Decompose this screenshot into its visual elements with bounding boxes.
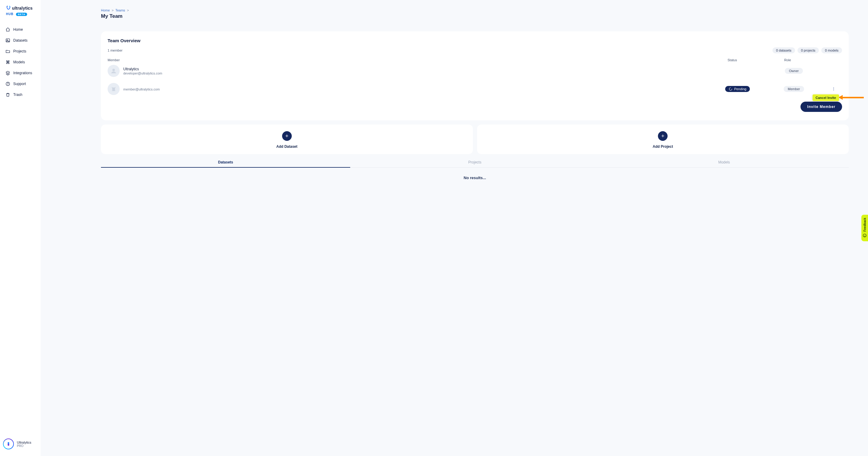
member-email: developer@ultralytics.com (123, 72, 162, 75)
sidebar-user-plan: PRO (17, 444, 31, 448)
add-dataset-card[interactable]: + Add Dataset (101, 124, 473, 154)
cancel-invite-menu-item[interactable]: Cancel Invite (812, 94, 839, 101)
main: Home > Teams > My Team Team Overview 1 m… (41, 0, 868, 456)
tab-datasets[interactable]: Datasets (101, 157, 350, 167)
member-email: member@ultralytics.com (123, 87, 160, 91)
layers-icon (5, 70, 10, 76)
brand-row: ultralytics (6, 5, 37, 11)
plus-icon: + (658, 131, 668, 141)
image-icon (5, 38, 10, 43)
trash-icon (5, 92, 10, 97)
empty-state: No results... (101, 168, 849, 188)
stat-projects: 0 projects (798, 47, 819, 53)
svg-point-1 (9, 6, 10, 7)
spinner-icon (729, 87, 733, 91)
sidebar-item-models[interactable]: Models (0, 57, 41, 67)
svg-point-3 (7, 40, 7, 40)
sidebar-user-meta: Ultralytics PRO (17, 440, 31, 448)
svg-line-10 (115, 87, 116, 88)
sidebar-item-label: Integrations (13, 71, 32, 75)
home-icon (5, 27, 10, 32)
svg-point-7 (113, 69, 115, 71)
sidebar-item-projects[interactable]: Projects (0, 46, 41, 57)
feedback-tab[interactable]: Feedback (861, 215, 868, 241)
sidebar-item-support[interactable]: Support (0, 78, 41, 89)
sidebar-item-datasets[interactable]: Datasets (0, 35, 41, 46)
brand-badge: BETA (16, 13, 27, 16)
member-avatar-icon (107, 83, 120, 95)
members-table-header: Member Status Role (107, 58, 842, 62)
breadcrumb-home[interactable]: Home (101, 8, 110, 12)
brand-sub-text: HUB (6, 12, 13, 16)
status-badge: Pending (725, 86, 750, 92)
stat-datasets: 0 datasets (772, 47, 795, 53)
command-icon (5, 60, 10, 64)
tab-projects[interactable]: Projects (350, 157, 599, 167)
add-project-label: Add Project (653, 144, 673, 149)
col-status: Status (727, 58, 776, 62)
svg-point-12 (833, 89, 834, 89)
col-member: Member (107, 58, 727, 62)
sidebar-item-label: Projects (13, 49, 26, 53)
sidebar-item-integrations[interactable]: Integrations (0, 67, 41, 78)
brand-block: ultralytics HUB BETA (0, 5, 41, 22)
svg-line-9 (112, 87, 113, 88)
stat-pills: 0 datasets 0 projects 0 models (772, 47, 842, 53)
sidebar-item-label: Models (13, 60, 25, 64)
breadcrumb-sep: > (126, 8, 130, 12)
page-title: My Team (101, 13, 849, 19)
annotation-arrow-icon (838, 95, 864, 100)
sidebar-item-label: Datasets (13, 38, 27, 42)
brand-mark-icon (6, 5, 11, 11)
svg-point-5 (8, 85, 8, 85)
panel-heading: Team Overview (107, 38, 842, 43)
team-overview-panel: Team Overview 1 member 0 datasets 0 proj… (101, 31, 849, 120)
svg-rect-2 (6, 39, 10, 42)
stat-models: 0 models (821, 47, 842, 53)
tab-models[interactable]: Models (599, 157, 849, 167)
member-name: Ultralytics (123, 67, 162, 71)
role-badge: Owner (785, 68, 803, 74)
sidebar-item-label: Support (13, 82, 26, 86)
add-project-card[interactable]: + Add Project (477, 124, 849, 154)
content-tabs: Datasets Projects Models (101, 157, 849, 168)
col-role: Role (776, 58, 842, 62)
breadcrumb: Home > Teams > (101, 8, 849, 12)
table-row: member@ultralytics.com Pending Member (107, 80, 842, 98)
member-count: 1 member (107, 49, 123, 52)
svg-point-0 (7, 6, 8, 7)
add-dataset-label: Add Dataset (276, 144, 298, 149)
invite-member-button[interactable]: Invite Member (801, 102, 842, 112)
folder-icon (5, 49, 10, 54)
sidebar-item-home[interactable]: Home (0, 24, 41, 35)
feedback-label: Feedback (863, 218, 867, 232)
avatar (3, 438, 14, 449)
member-avatar-icon (107, 65, 120, 77)
add-cards: + Add Dataset + Add Project (101, 124, 849, 154)
table-row: Ultralytics developer@ultralytics.com Ow… (107, 62, 842, 80)
svg-point-14 (863, 234, 867, 237)
cancel-invite-label: Cancel Invite (815, 96, 836, 99)
breadcrumb-sep: > (111, 8, 114, 12)
brand-name: ultralytics (12, 6, 33, 10)
smile-icon (863, 233, 867, 238)
svg-point-11 (833, 87, 834, 88)
status-text: Pending (734, 87, 746, 91)
help-icon (5, 81, 10, 86)
plus-icon: + (282, 131, 292, 141)
brand-sub: HUB BETA (6, 11, 37, 16)
sidebar-item-trash[interactable]: Trash (0, 89, 41, 100)
sidebar-item-label: Home (13, 27, 23, 32)
sidebar-user-block[interactable]: Ultralytics PRO (0, 435, 41, 453)
sidebar-item-label: Trash (13, 93, 22, 97)
sidebar: ultralytics HUB BETA Home Datasets Proje… (0, 0, 41, 456)
svg-point-13 (833, 90, 834, 90)
role-badge: Member (784, 86, 804, 92)
breadcrumb-teams[interactable]: Teams (116, 8, 125, 12)
sidebar-nav: Home Datasets Projects Models Integratio… (0, 22, 41, 100)
member-actions-menu[interactable] (830, 85, 837, 93)
sidebar-user-name: Ultralytics (17, 440, 31, 444)
